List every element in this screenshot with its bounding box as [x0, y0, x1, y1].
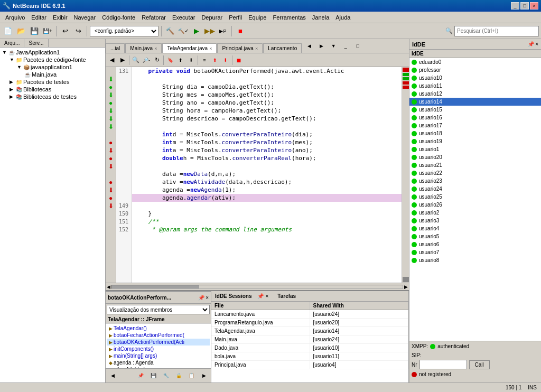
members-view-dropdown[interactable]: Visualização dos membros — [107, 305, 210, 314]
user-usuario11[interactable]: usuario11 — [409, 82, 541, 90]
call-button[interactable]: Call — [469, 360, 490, 369]
menu-executar[interactable]: Executar — [169, 13, 198, 22]
members-btn1[interactable]: 📌 — [135, 370, 146, 381]
tab-restore-button[interactable]: □ — [352, 40, 363, 52]
members-btn4[interactable]: 🔒 — [173, 370, 184, 381]
user-usuario2[interactable]: usuario2 — [409, 209, 541, 217]
redo-button[interactable]: ↪ — [72, 25, 84, 37]
tab-lancamento[interactable]: Lancamento — [263, 43, 302, 53]
tab-principal[interactable]: Principal.java × — [217, 43, 263, 53]
tree-test-libraries[interactable]: ▶ 📚 Bibliotecas de testes — [1, 93, 104, 100]
tree-test-packages[interactable]: ▶ 📁 Pacotes de testes — [1, 78, 104, 86]
profile-button[interactable]: ▶P — [217, 25, 229, 37]
user-usuario16[interactable]: usuario16 — [409, 114, 541, 122]
tab-prev-button[interactable]: ◀ — [303, 40, 315, 52]
session-row-1[interactable]: Lancamento.java [usuario24] — [211, 310, 408, 319]
user-professor[interactable]: professor — [409, 66, 541, 74]
idde-pin-button[interactable]: 📌 — [528, 41, 534, 47]
user-usuario18[interactable]: usuario18 — [409, 129, 541, 137]
user-usuario24[interactable]: usuario24 — [409, 185, 541, 193]
h-scroll-left[interactable]: ◀ — [107, 284, 110, 290]
members-btn5[interactable]: 📋 — [185, 370, 197, 381]
tree-project[interactable]: ▼ ☕ JavaApplication1 — [1, 49, 104, 56]
session-row-6[interactable]: bola.java [usuario11] — [211, 352, 408, 361]
tab-projects[interactable]: Arqu... — [0, 39, 24, 47]
et-zoom-out-button[interactable]: 🔎- — [142, 55, 151, 65]
menu-exibir[interactable]: Exibir — [50, 13, 71, 22]
menu-depurar[interactable]: Depurar — [198, 13, 226, 22]
member-main[interactable]: ▶ main(String[] args) — [107, 352, 210, 359]
menu-codigo-fonte[interactable]: Código-fonte — [99, 13, 138, 22]
user-usuario12[interactable]: usuario12 — [409, 90, 541, 98]
et-next-error-button[interactable]: ⬇ — [221, 55, 230, 65]
undo-button[interactable]: ↩ — [59, 25, 71, 37]
user-usuario10[interactable]: usuario10 — [409, 74, 541, 82]
menu-equipe[interactable]: Equipe — [245, 13, 269, 22]
user-usuario8[interactable]: usuario8 — [409, 256, 541, 264]
tree-source-packages[interactable]: ▼ 📁 Pacotes de código-fonte — [1, 56, 104, 63]
members-close-button[interactable]: × — [206, 295, 209, 301]
menu-navegar[interactable]: Navegar — [71, 13, 99, 22]
user-usuario23[interactable]: usuario23 — [409, 177, 541, 185]
et-refresh-button[interactable]: ↻ — [152, 55, 162, 65]
debug-button[interactable]: ▶▶ — [204, 25, 216, 37]
user-usuario6[interactable]: usuario6 — [409, 240, 541, 248]
session-row-5[interactable]: Dado.java [usuario10] — [211, 344, 408, 352]
tree-package[interactable]: ▼ 📦 javaapplication1 — [1, 63, 104, 71]
et-zoom-in-button[interactable]: 🔍 — [131, 55, 141, 65]
et-bookmark-button[interactable]: 🔖 — [165, 55, 175, 65]
menu-arquivo[interactable]: Arquivo — [2, 13, 28, 22]
member-initComponents[interactable]: ▶ initComponents() — [107, 346, 210, 352]
et-prev-error-button[interactable]: ⬆ — [210, 55, 220, 65]
user-usuario22[interactable]: usuario22 — [409, 169, 541, 177]
tab-close-tela[interactable]: × — [209, 46, 212, 51]
config-dropdown[interactable]: <config. padrão> — [90, 26, 158, 36]
tab-tarefas[interactable]: Tarefas — [275, 293, 298, 300]
menu-janela[interactable]: Janela — [309, 13, 332, 22]
user-usuario5[interactable]: usuario5 — [409, 232, 541, 240]
menu-ferramentas[interactable]: Ferramentas — [270, 13, 309, 22]
members-prev-button[interactable]: ◀ — [107, 370, 118, 381]
user-eduardo0[interactable]: eduardo0 — [409, 58, 541, 66]
open-button[interactable]: 📂 — [15, 25, 27, 37]
search-input[interactable] — [454, 26, 539, 36]
tab-tela-agendar[interactable]: TelaAgendar.java × — [162, 43, 217, 53]
user-usuario4[interactable]: usuario4 — [409, 225, 541, 232]
user-usuario26[interactable]: usuario26 — [409, 201, 541, 209]
et-toggle-button[interactable]: ≡ — [200, 55, 209, 65]
user-usuario3[interactable]: usuario3 — [409, 217, 541, 225]
member-telaAgendar[interactable]: ▶ TelaAgendar() — [107, 325, 210, 332]
tab-ial[interactable]: ...ial — [106, 43, 125, 53]
tab-list-button[interactable]: ▼ — [328, 40, 339, 52]
h-scroll-track[interactable] — [111, 285, 403, 289]
user-usuario1[interactable]: usuario1 — [409, 145, 541, 153]
menu-ajuda[interactable]: Ajuda — [332, 13, 353, 22]
tab-minimize-button[interactable]: _ — [340, 40, 351, 52]
user-usuario14[interactable]: usuario14 — [409, 98, 541, 106]
tab-services[interactable]: Serv... — [24, 39, 48, 47]
idde-close-button[interactable]: × — [535, 41, 538, 47]
menu-perfil[interactable]: Perfil — [226, 13, 245, 22]
menu-refatorar[interactable]: Refatorar — [138, 13, 169, 22]
menu-editar[interactable]: Editar — [28, 13, 50, 22]
tree-main-java[interactable]: ☕ Main.java — [1, 71, 104, 78]
session-row-4[interactable]: Main.java [usuario24] — [211, 335, 408, 344]
members-btn3[interactable]: 🔧 — [160, 370, 172, 381]
h-scroll-right[interactable]: ▶ — [404, 284, 408, 290]
members-pin-button[interactable]: 📌 — [198, 295, 204, 301]
session-row-3[interactable]: TelaAgendar.java [usuario14] — [211, 327, 408, 335]
et-back-button[interactable]: ◀ — [107, 55, 117, 65]
clean-build-button[interactable]: 🔨✓ — [178, 25, 189, 37]
run-button[interactable]: ▶ — [191, 25, 202, 37]
maximize-button[interactable]: □ — [520, 2, 529, 10]
member-agenda[interactable]: ◆ agenda : Agenda — [107, 359, 210, 366]
tab-next-button[interactable]: ▶ — [315, 40, 327, 52]
session-row-7[interactable]: Principal.java [usuario4] — [211, 361, 408, 369]
tab-main-java[interactable]: Main.java × — [125, 43, 162, 53]
member-botaoOK[interactable]: ▶ botaoOKActionPerformed(Acti — [107, 339, 210, 346]
tree-libraries[interactable]: ▶ 📚 Bibliotecas — [1, 86, 104, 93]
user-usuario15[interactable]: usuario15 — [409, 106, 541, 114]
user-usuario17[interactable]: usuario17 — [409, 122, 541, 129]
new-file-button[interactable]: 📄 — [2, 25, 14, 37]
et-stop-button[interactable]: ■ — [234, 55, 244, 65]
